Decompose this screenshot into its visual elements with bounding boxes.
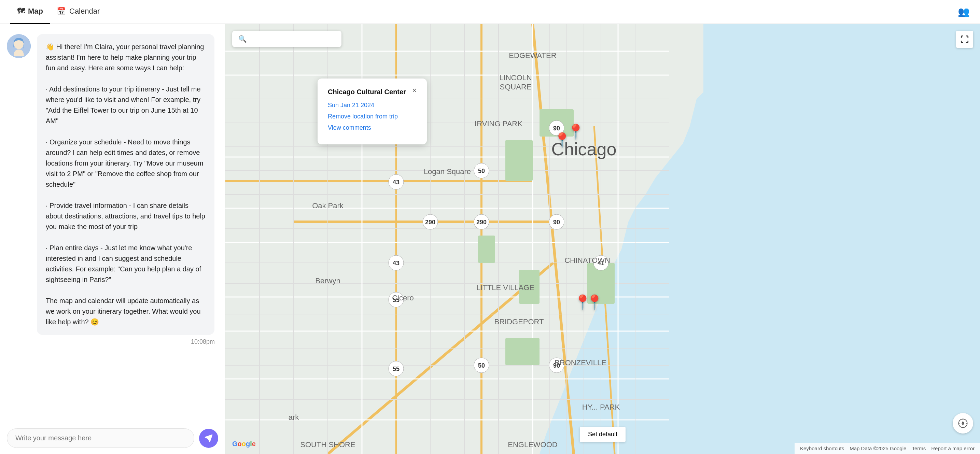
svg-text:Oak Park: Oak Park	[312, 202, 344, 210]
map-panel: 50 90 90 290 290 55 50 90 41 43 43 55 ED…	[225, 24, 980, 454]
svg-text:LITTLE VILLAGE: LITTLE VILLAGE	[476, 283, 535, 292]
svg-text:90: 90	[553, 125, 560, 132]
svg-text:SOUTH SHORE: SOUTH SHORE	[300, 440, 355, 449]
map-tab-icon: 🗺	[17, 7, 25, 16]
map-data-text: Map Data ©2025 Google	[850, 446, 906, 451]
svg-text:Cicero: Cicero	[392, 294, 414, 302]
svg-text:LINCOLN: LINCOLN	[499, 73, 532, 82]
help-item-4: · Plan entire days - Just let me know wh…	[46, 244, 201, 283]
map-search-box: 🔍	[232, 31, 342, 47]
users-icon[interactable]: 👥	[958, 6, 970, 17]
svg-text:43: 43	[393, 179, 399, 186]
svg-text:50: 50	[478, 168, 485, 175]
top-navigation: 🗺 Map 📅 Calendar 👥	[0, 0, 980, 24]
nav-right: 👥	[958, 6, 970, 17]
svg-text:CHINATOWN: CHINATOWN	[565, 256, 610, 265]
map-search-input[interactable]	[250, 35, 335, 43]
chat-panel: 👋 Hi there! I'm Claira, your personal tr…	[0, 24, 225, 454]
help-item-1: · Add destinations to your trip itinerar…	[46, 85, 201, 125]
svg-text:SQUARE: SQUARE	[500, 83, 532, 91]
svg-text:90: 90	[553, 219, 560, 225]
map-footer: Keyboard shortcuts Map Data ©2025 Google…	[795, 443, 980, 454]
popup-date-link[interactable]: Sun Jan 21 2024	[328, 102, 417, 109]
tab-map[interactable]: 🗺 Map	[10, 0, 50, 24]
map-navigation-control[interactable]	[953, 413, 973, 433]
map-tab-label: Map	[28, 7, 43, 16]
send-icon	[205, 434, 213, 442]
tab-calendar[interactable]: 📅 Calendar	[50, 0, 107, 24]
svg-rect-47	[478, 235, 495, 263]
svg-text:43: 43	[393, 260, 399, 267]
svg-text:BRONZEVILLE: BRONZEVILLE	[555, 359, 606, 367]
svg-text:BRIDGEPORT: BRIDGEPORT	[494, 317, 544, 326]
svg-text:ENGLEWOOD: ENGLEWOOD	[508, 440, 557, 449]
google-logo-text: G	[232, 440, 238, 448]
search-icon: 🔍	[238, 35, 247, 43]
calendar-tab-icon: 📅	[57, 7, 66, 16]
compass-icon	[958, 418, 968, 429]
calendar-tab-label: Calendar	[69, 7, 100, 16]
message-time: 10:08pm	[37, 338, 218, 346]
terms-link[interactable]: Terms	[912, 446, 926, 451]
svg-rect-49	[505, 338, 539, 365]
message-row: 👋 Hi there! I'm Claira, your personal tr…	[7, 34, 218, 346]
report-error-link[interactable]: Report a map error	[931, 446, 975, 451]
svg-text:EDGEWATER: EDGEWATER	[509, 51, 556, 60]
svg-text:HY... PARK: HY... PARK	[582, 403, 620, 411]
map-popup: Chicago Cultural Center × Sun Jan 21 202…	[318, 78, 427, 144]
send-button[interactable]	[199, 429, 218, 448]
chat-input-area	[0, 422, 225, 454]
svg-text:Logan Square: Logan Square	[424, 167, 471, 176]
svg-text:55: 55	[393, 365, 399, 372]
popup-header: Chicago Cultural Center ×	[328, 87, 417, 96]
help-item-3: · Provide travel information - I can sha…	[46, 202, 205, 230]
chat-messages: 👋 Hi there! I'm Claira, your personal tr…	[0, 24, 225, 422]
svg-text:290: 290	[425, 219, 435, 225]
message-text: 👋 Hi there! I'm Claira, your personal tr…	[46, 43, 204, 72]
popup-remove-link[interactable]: Remove location from trip	[328, 113, 417, 120]
set-default-button[interactable]: Set default	[580, 427, 625, 442]
svg-rect-44	[505, 140, 533, 181]
google-logo: Google	[232, 440, 256, 448]
popup-title: Chicago Cultural Center	[328, 87, 409, 96]
fullscreen-button[interactable]	[956, 31, 973, 48]
popup-close-button[interactable]: ×	[412, 87, 417, 94]
svg-text:ark: ark	[288, 413, 299, 422]
help-footer: The map and calendar will update automat…	[46, 297, 201, 325]
svg-text:IRVING PARK: IRVING PARK	[475, 119, 522, 128]
svg-text:290: 290	[476, 219, 487, 225]
svg-text:50: 50	[478, 362, 485, 369]
fullscreen-icon	[960, 35, 969, 44]
chat-input[interactable]	[7, 429, 194, 448]
avatar	[7, 34, 31, 58]
message-bubble: 👋 Hi there! I'm Claira, your personal tr…	[37, 34, 215, 335]
svg-text:Berwyn: Berwyn	[315, 276, 340, 285]
help-item-2: · Organize your schedule - Need to move …	[46, 138, 203, 188]
keyboard-shortcuts-link[interactable]: Keyboard shortcuts	[800, 446, 844, 451]
main-content: 👋 Hi there! I'm Claira, your personal tr…	[0, 24, 980, 454]
popup-comments-link[interactable]: View comments	[328, 124, 417, 132]
